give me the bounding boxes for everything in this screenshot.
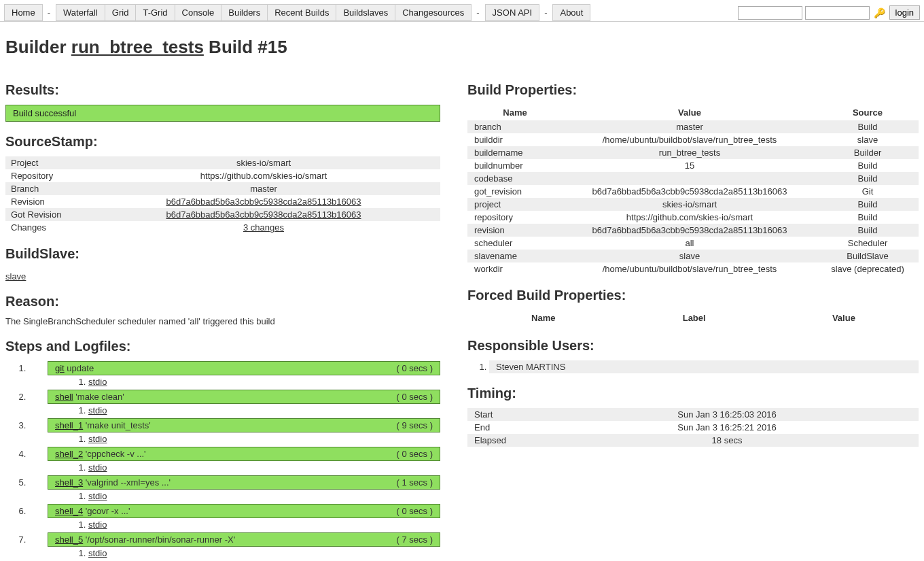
responsible-heading: Responsible Users: <box>467 338 919 354</box>
sourcestamp-link[interactable]: 3 changes <box>243 222 284 233</box>
prop-name: buildnumber <box>467 159 563 172</box>
username-input[interactable] <box>738 6 802 20</box>
key-icon: 🔑 <box>872 7 887 18</box>
nav-separator: - <box>471 7 484 18</box>
nav-grid[interactable]: Grid <box>105 4 137 21</box>
step-name-link[interactable]: shell_2 <box>55 449 83 459</box>
log-link[interactable]: stdio <box>88 548 107 558</box>
prop-value: skies-io/smart <box>563 198 817 211</box>
step-name-link[interactable]: shell_4 <box>55 506 83 516</box>
nav-separator: - <box>42 7 56 18</box>
prop-name: workdir <box>467 262 563 275</box>
sourcestamp-value: master <box>87 182 440 195</box>
log-link[interactable]: stdio <box>88 377 107 387</box>
log-link[interactable]: stdio <box>88 462 107 473</box>
property-row: projectskies-io/smartBuild <box>467 198 919 211</box>
step-time: ( 0 secs ) <box>397 392 433 402</box>
build-properties-heading: Build Properties: <box>467 82 919 98</box>
prop-value: /home/ubuntu/buildbot/slave/run_btree_te… <box>563 262 817 275</box>
log-list: stdio <box>75 462 440 473</box>
step-row: shell 'make clean'( 0 secs ) <box>48 390 440 404</box>
step-item: shell_3 'valgrind --xml=yes ...'( 1 secs… <box>29 475 440 501</box>
results-heading: Results: <box>5 82 440 98</box>
timing-heading: Timing: <box>467 386 919 401</box>
property-row: branchmasterBuild <box>467 120 919 133</box>
nav-builders[interactable]: Builders <box>221 4 268 21</box>
timing-value: Sun Jan 3 16:25:03 2016 <box>535 408 919 421</box>
timing-row: Elapsed18 secs <box>467 434 919 447</box>
step-name-link[interactable]: shell <box>55 392 73 402</box>
sourcestamp-link[interactable]: b6d7a6bbad5b6a3cbb9c5938cda2a85113b16063 <box>166 209 361 220</box>
sourcestamp-label: Branch <box>5 182 87 195</box>
sourcestamp-row: Projectskies-io/smart <box>5 156 440 169</box>
prop-source: BuildSlave <box>817 250 919 262</box>
prop-name: slavename <box>467 250 563 262</box>
step-item: shell_5 '/opt/sonar-runner/bin/sonar-run… <box>29 532 440 558</box>
sourcestamp-label: Changes <box>5 221 87 234</box>
prop-source: Build <box>817 224 919 237</box>
nav-changesources[interactable]: Changesources <box>395 4 472 21</box>
nav-tgrid[interactable]: T-Grid <box>135 4 175 21</box>
log-link[interactable]: stdio <box>88 491 107 501</box>
sourcestamp-value: b6d7a6bbad5b6a3cbb9c5938cda2a85113b16063 <box>87 195 440 208</box>
login-button[interactable]: login <box>889 5 920 20</box>
prop-source: slave (deprecated) <box>817 262 919 275</box>
nav-waterfall[interactable]: Waterfall <box>56 4 105 21</box>
step-item: shell_2 'cppcheck -v ...'( 0 secs )stdio <box>29 447 440 473</box>
step-desc: 'make clean' <box>73 392 124 402</box>
step-name-link[interactable]: git <box>55 363 65 373</box>
step-desc: 'gcovr -x ...' <box>83 506 130 516</box>
sourcestamp-label: Got Revision <box>5 208 87 221</box>
prop-value: b6d7a6bbad5b6a3cbb9c5938cda2a85113b16063 <box>563 185 817 198</box>
nav-about[interactable]: About <box>552 4 590 21</box>
prop-source: Builder <box>817 146 919 159</box>
sourcestamp-row: Got Revisionb6d7a6bbad5b6a3cbb9c5938cda2… <box>5 208 440 221</box>
prop-source: Build <box>817 211 919 224</box>
sourcestamp-value: 3 changes <box>87 221 440 234</box>
password-input[interactable] <box>805 6 870 20</box>
sourcestamp-row: Revisionb6d7a6bbad5b6a3cbb9c5938cda2a851… <box>5 195 440 208</box>
steps-list: git update( 0 secs )stdioshell 'make cle… <box>5 361 440 558</box>
log-link[interactable]: stdio <box>88 405 107 415</box>
step-name-link[interactable]: shell_5 <box>55 534 83 545</box>
nav-json-api[interactable]: JSON API <box>485 4 540 21</box>
prop-source: Scheduler <box>817 237 919 250</box>
log-link[interactable]: stdio <box>88 434 107 444</box>
nav-recent-builds[interactable]: Recent Builds <box>267 4 336 21</box>
nav-buildslaves[interactable]: Buildslaves <box>336 4 395 21</box>
sourcestamp-row: Changes3 changes <box>5 221 440 234</box>
step-name-link[interactable]: shell_3 <box>55 477 83 488</box>
step-desc: 'cppcheck -v ...' <box>83 449 145 459</box>
property-row: workdir/home/ubuntu/buildbot/slave/run_b… <box>467 262 919 275</box>
nav-home[interactable]: Home <box>4 4 43 21</box>
step-name-link[interactable]: shell_1 <box>55 420 83 430</box>
log-link[interactable]: stdio <box>88 520 107 530</box>
prop-value: /home/ubuntu/buildbot/slave/run_btree_te… <box>563 133 817 146</box>
buildslave-link[interactable]: slave <box>5 271 26 282</box>
prop-source: slave <box>817 133 919 146</box>
col-source: Source <box>817 105 919 120</box>
reason-heading: Reason: <box>5 294 440 309</box>
nav: Home - Waterfall Grid T-Grid Console Bui… <box>4 4 590 21</box>
sourcestamp-value: skies-io/smart <box>87 156 440 169</box>
timing-value: Sun Jan 3 16:25:21 2016 <box>535 421 919 434</box>
builder-name-link[interactable]: run_btree_tests <box>71 37 204 57</box>
col-value: Value <box>769 310 919 326</box>
nav-console[interactable]: Console <box>175 4 222 21</box>
timing-label: Elapsed <box>467 434 535 447</box>
prop-value: slave <box>563 250 817 262</box>
property-row: codebaseBuild <box>467 172 919 185</box>
prop-name: repository <box>467 211 563 224</box>
step-desc: 'make unit_tests' <box>83 420 151 430</box>
sourcestamp-table: Projectskies-io/smartRepositoryhttps://g… <box>5 156 440 234</box>
responsible-users-list: Steven MARTINS <box>489 360 919 373</box>
timing-row: EndSun Jan 3 16:25:21 2016 <box>467 421 919 434</box>
prop-source: Build <box>817 120 919 133</box>
prop-source: Build <box>817 198 919 211</box>
timing-table: StartSun Jan 3 16:25:03 2016EndSun Jan 3… <box>467 408 919 447</box>
step-row: shell_3 'valgrind --xml=yes ...'( 1 secs… <box>48 475 440 490</box>
steps-heading: Steps and Logfiles: <box>5 339 440 354</box>
step-row: git update( 0 secs ) <box>48 361 440 375</box>
sourcestamp-link[interactable]: b6d7a6bbad5b6a3cbb9c5938cda2a85113b16063 <box>166 197 361 207</box>
property-row: builddir/home/ubuntu/buildbot/slave/run_… <box>467 133 919 146</box>
